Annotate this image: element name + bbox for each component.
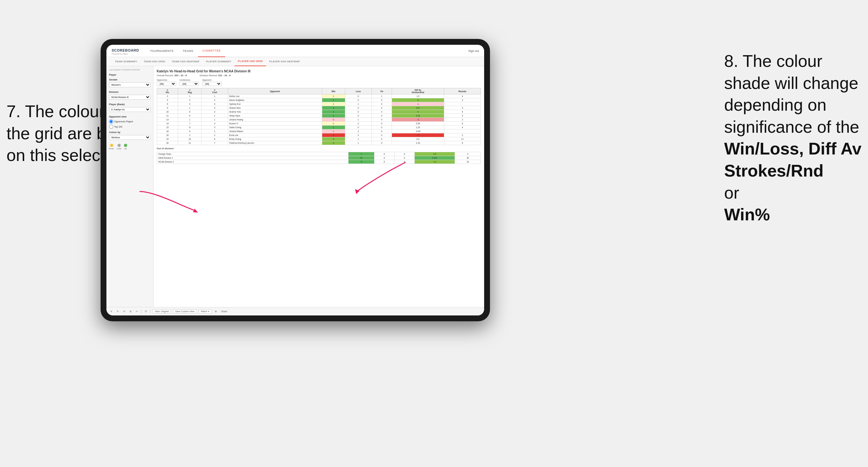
cell-conf: 3	[202, 110, 228, 114]
legend-down: Down	[109, 144, 114, 150]
out-table-row: Foreign Team 1 0 0 4.5 2	[157, 152, 481, 156]
cell-win: 4	[322, 137, 345, 141]
save-custom-btn[interactable]: Save Custom View	[173, 309, 197, 313]
rank-label: Player (Rank)	[109, 103, 151, 106]
colour-by-select[interactable]: Win/loss	[109, 135, 151, 140]
sub-nav-team-summary[interactable]: TEAM SUMMARY	[112, 57, 141, 66]
logo-sub: Powered by clippd	[112, 53, 139, 55]
cell-loss: 2	[345, 122, 372, 126]
col-tie: Tie	[372, 88, 392, 94]
cell-tie: 0	[372, 106, 392, 110]
cell-div: 14	[157, 122, 178, 126]
table-row: 14 7 4 Eunice Yi 2 2 0 0.38 9	[157, 122, 481, 126]
col-opponent: Opponent	[228, 88, 322, 94]
opponents-filter-select[interactable]: (All)	[157, 82, 176, 86]
opponent-view-label: Opponent view	[109, 115, 151, 118]
cell-conf: 1	[202, 94, 228, 98]
table-row: 19 10 6 Emily Chang 4 1 0 0.3 11	[157, 137, 481, 141]
rank-select[interactable]: 8. Katelyn Vo	[109, 107, 151, 112]
cell-reg: 7	[178, 122, 202, 126]
gender-label: Gender	[109, 78, 151, 81]
cell-div: 10	[157, 110, 178, 114]
cell-opponent: Federica Domecq Lacroze	[228, 141, 322, 145]
opponent-filter-select[interactable]: (All)	[202, 82, 222, 86]
timer-btn[interactable]: ⏱	[144, 310, 148, 313]
cell-loss: 1	[345, 141, 372, 145]
undo-btn[interactable]: ↺	[109, 310, 114, 313]
cell-reg: 2	[178, 133, 202, 137]
nav-item-committee[interactable]: COMMITTEE	[198, 45, 225, 57]
cell-diff: -0.94	[392, 129, 444, 133]
cell-loss: 1	[345, 102, 372, 106]
division-label: Division	[109, 91, 151, 93]
cell-diff: 1.5	[392, 94, 444, 98]
copy-btn[interactable]: ⧉	[128, 310, 133, 313]
nav-item-teams[interactable]: TEAMS	[178, 45, 198, 57]
bottom-toolbar: ↺ ↻ ⟳ ⧉ ✂ ⏱ View: Original Save Custom V…	[106, 307, 484, 315]
cell-rounds: 9	[444, 122, 480, 126]
col-reg: #Reg	[178, 88, 202, 94]
cell-reg: 1	[178, 106, 202, 110]
grid-records: Overall Record: 353 - 34 - 6 Division Re…	[157, 74, 481, 77]
sub-nav-team-h2h-grid[interactable]: TEAM H2H GRID	[141, 57, 169, 66]
view-original-btn[interactable]: View: Original	[153, 309, 171, 313]
step-btn[interactable]: ⟳	[122, 310, 127, 313]
cell-loss: 0	[345, 98, 372, 102]
radio-top100[interactable]: Top 100	[109, 125, 151, 129]
cell-tie: 0	[372, 137, 392, 141]
logo-text: SCOREBOARD	[112, 49, 139, 52]
cell-loss: 2	[345, 129, 372, 133]
cut-btn[interactable]: ✂	[135, 310, 139, 313]
sub-nav-team-h2h-heatmap[interactable]: TEAM H2H HEATMAP	[168, 57, 203, 66]
conference-filter-select[interactable]: (All)	[180, 82, 199, 86]
cell-tie: 0	[372, 110, 392, 114]
gender-select[interactable]: Women's	[109, 83, 151, 87]
settings-btn[interactable]: ⚙	[214, 310, 218, 313]
cell-tie: 0	[372, 118, 392, 122]
sub-nav-player-h2h-grid[interactable]: PLAYER H2H GRID	[235, 57, 266, 66]
data-table: #Div #Reg #Conf Opponent Win Loss Tie Di…	[157, 88, 481, 145]
right-panel: Katelyn Vo Head-to-Head Grid for Women's…	[153, 66, 484, 307]
col-conf: #Conf	[202, 88, 228, 94]
watch-btn[interactable]: Watch ▾	[198, 309, 212, 314]
cell-loss: 1	[345, 118, 372, 122]
cell-diff: 4	[392, 98, 444, 102]
filter-row: Opponents: (All) Conference (All) Oppone…	[157, 79, 481, 86]
timestamp: Last Updated: 27/03/2024 16:55:38	[109, 69, 151, 71]
cell-div: 6	[157, 102, 178, 106]
out-of-division-label: Out of division	[157, 147, 481, 150]
col-loss: Loss	[345, 88, 372, 94]
division-select[interactable]: NCAA Division III	[109, 95, 151, 100]
cell-diff: -3	[392, 118, 444, 122]
out-cell-opponent: NAIA Division 1	[157, 156, 348, 160]
cell-div: 13	[157, 118, 178, 122]
table-row: 15 8 5 Stella Cheng 1 0 0 1.25 4	[157, 126, 481, 129]
table-row: 13 1 1 Jessica Huang 0 1 0 -3 2	[157, 118, 481, 122]
out-cell-opponent: Foreign Team	[157, 152, 348, 156]
sub-nav-player-h2h-heatmap[interactable]: PLAYER H2H HEATMAP	[266, 57, 303, 66]
sub-nav-player-summary[interactable]: PLAYER SUMMARY	[203, 57, 235, 66]
tablet-frame: SCOREBOARD Powered by clippd TOURNAMENTS…	[101, 39, 490, 321]
legend-level-dot	[118, 144, 121, 147]
cell-conf: 1	[202, 114, 228, 118]
cell-win: 0	[322, 133, 345, 137]
cell-diff: -5	[392, 133, 444, 137]
redo-btn[interactable]: ↻	[116, 310, 120, 313]
cell-tie: 0	[372, 129, 392, 133]
cell-loss: 0	[345, 94, 372, 98]
col-div: #Div	[157, 88, 178, 94]
cell-rounds: 4	[444, 110, 480, 114]
cell-win: 2	[322, 110, 345, 114]
cell-conf: 2	[202, 133, 228, 137]
col-diff: Diff AvStrokes/Rnd	[392, 88, 444, 94]
out-cell-rounds: 30	[455, 156, 481, 160]
nav-item-tournaments[interactable]: TOURNAMENTS	[145, 45, 178, 57]
cell-rounds: 2	[444, 133, 480, 137]
radio-opponents-played[interactable]: Opponents Played	[109, 119, 151, 124]
player-section-title: Player	[109, 73, 151, 76]
colour-by-label: Colour by	[109, 131, 151, 134]
out-cell-opponent: NCAA Division 2	[157, 160, 348, 164]
sign-out-button[interactable]: Sign out	[468, 49, 479, 53]
share-btn[interactable]: Share	[220, 310, 229, 313]
out-cell-diff: 9.267	[414, 156, 455, 160]
